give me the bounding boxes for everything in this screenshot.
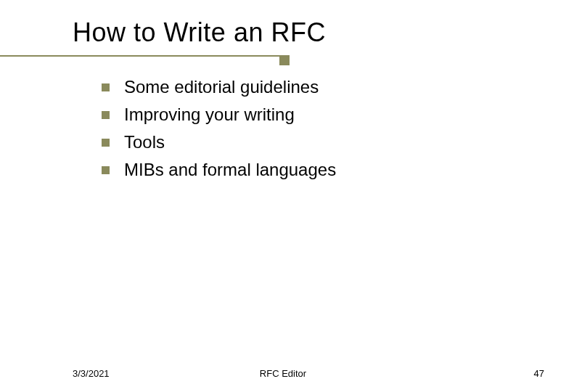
footer-date: 3/3/2021 bbox=[73, 368, 110, 379]
list-item: Some editorial guidelines bbox=[102, 77, 336, 97]
bullet-square-icon bbox=[102, 139, 110, 147]
bullet-square-icon bbox=[102, 111, 110, 119]
footer-center-label: RFC Editor bbox=[260, 368, 306, 379]
slide: How to Write an RFC Some editorial guide… bbox=[0, 0, 566, 392]
list-item: Improving your writing bbox=[102, 105, 336, 125]
bullet-text: Improving your writing bbox=[124, 105, 295, 125]
bullet-square-icon bbox=[102, 166, 110, 174]
list-item: Tools bbox=[102, 132, 336, 152]
bullet-text: Some editorial guidelines bbox=[124, 77, 319, 97]
slide-footer: 3/3/2021 RFC Editor 47 bbox=[0, 368, 566, 379]
bullet-text: MIBs and formal languages bbox=[124, 160, 336, 180]
bullet-text: Tools bbox=[124, 132, 165, 152]
bullet-list: Some editorial guidelines Improving your… bbox=[102, 77, 336, 187]
slide-title: How to Write an RFC bbox=[73, 17, 326, 48]
footer-page-number: 47 bbox=[534, 368, 544, 379]
list-item: MIBs and formal languages bbox=[102, 160, 336, 180]
title-accent-square bbox=[279, 55, 290, 65]
bullet-square-icon bbox=[102, 83, 110, 91]
title-underline bbox=[0, 55, 279, 57]
